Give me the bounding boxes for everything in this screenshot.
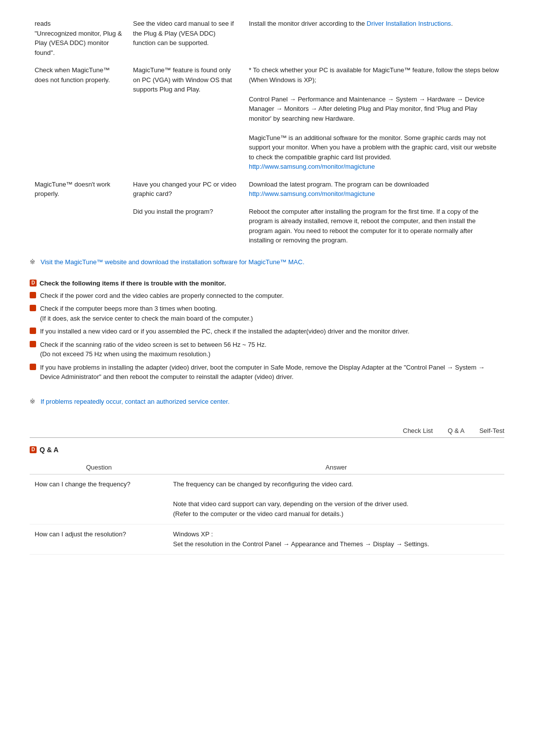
qa-answer-1: The frequency can be changed by reconfig… — [168, 474, 504, 524]
note2-icon: ※ — [30, 398, 38, 405]
check-icon: D — [30, 280, 37, 286]
list-item: If you installed a new video card or if … — [30, 327, 504, 336]
list-item: Check if the computer beeps more than 3 … — [30, 304, 504, 323]
list-item-text: Check if the computer beeps more than 3 … — [40, 304, 253, 323]
bullet-icon — [30, 292, 36, 298]
cause-cell-4: Did you install the program? — [128, 203, 244, 249]
cause-cell-3: Have you changed your PC or video graphi… — [128, 176, 244, 203]
magictune-link-1[interactable]: http://www.samsung.com/monitor/magictune — [249, 163, 375, 170]
qa-section-icon: D — [30, 446, 37, 453]
qa-section-title-text: Q & A — [40, 446, 58, 454]
list-item-text: If you installed a new video card or if … — [40, 327, 409, 336]
tab-selftest[interactable]: Self-Test — [479, 427, 504, 435]
note1-icon: ※ — [30, 258, 38, 266]
problem-cell-3: MagicTune™ doesn't work properly. — [30, 176, 128, 249]
note2: ※ If problems repeatedly occur, contact … — [30, 398, 504, 405]
cause-cell-1: See the video card manual to see if the … — [128, 15, 244, 61]
driver-link[interactable]: Driver Installation Instructions — [367, 20, 451, 27]
solution-cell-1: Install the monitor driver according to … — [244, 15, 504, 61]
check-title-text: Check the following items if there is tr… — [40, 280, 226, 287]
list-item-text: Check if the scanning ratio of the video… — [40, 340, 267, 359]
trouble-table: reads"Unrecognized monitor, Plug & Play … — [30, 15, 504, 249]
cause-cell-2: MagicTune™ feature is found only on PC (… — [128, 61, 244, 176]
check-section-title: D Check the following items if there is … — [30, 280, 504, 287]
magictune-mac-link[interactable]: Visit the MagicTune™ website and downloa… — [41, 258, 305, 266]
bullet-icon — [30, 305, 36, 311]
note1-text: Visit the MagicTune™ website and downloa… — [41, 258, 305, 266]
magictune-link-2[interactable]: http://www.samsung.com/monitor/magictune — [249, 190, 375, 197]
solution-cell-3: Download the latest program. The program… — [244, 176, 504, 203]
qa-question-2: How can I adjust the resolution? — [30, 524, 168, 555]
solution-cell-2: * To check whether your PC is available … — [244, 61, 504, 176]
list-item-text: Check if the power cord and the video ca… — [40, 291, 284, 301]
bullet-icon — [30, 364, 36, 370]
tab-qa[interactable]: Q & A — [447, 427, 464, 435]
problem-cell-2: Check when MagicTune™ does not function … — [30, 61, 128, 176]
problem-cell-1: reads"Unrecognized monitor, Plug & Play … — [30, 15, 128, 61]
nav-tabs: Check List Q & A Self-Test — [30, 427, 504, 438]
qa-question-1: How can I change the frequency? — [30, 474, 168, 524]
note1: ※ Visit the MagicTune™ website and downl… — [30, 258, 504, 266]
qa-table: Question Answer How can I change the fre… — [30, 461, 504, 555]
service-center-link[interactable]: If problems repeatedly occur, contact an… — [41, 398, 229, 405]
qa-row: How can I adjust the resolution? Windows… — [30, 524, 504, 555]
qa-section: D Q & A — [30, 446, 504, 454]
bullet-icon — [30, 328, 36, 334]
bullet-icon — [30, 341, 36, 347]
list-item: If you have problems in installing the a… — [30, 363, 504, 382]
qa-col-answer: Answer — [168, 461, 504, 474]
qa-row: How can I change the frequency? The freq… — [30, 474, 504, 524]
qa-col-question: Question — [30, 461, 168, 474]
check-list: Check if the power cord and the video ca… — [30, 291, 504, 382]
list-item: Check if the power cord and the video ca… — [30, 291, 504, 301]
list-item: Check if the scanning ratio of the video… — [30, 340, 504, 359]
note2-text: If problems repeatedly occur, contact an… — [41, 398, 229, 405]
qa-answer-2: Windows XP : Set the resolution in the C… — [168, 524, 504, 555]
list-item-text: If you have problems in installing the a… — [40, 363, 504, 382]
tab-checklist[interactable]: Check List — [403, 427, 433, 435]
solution-cell-4: Reboot the computer after installing the… — [244, 203, 504, 249]
